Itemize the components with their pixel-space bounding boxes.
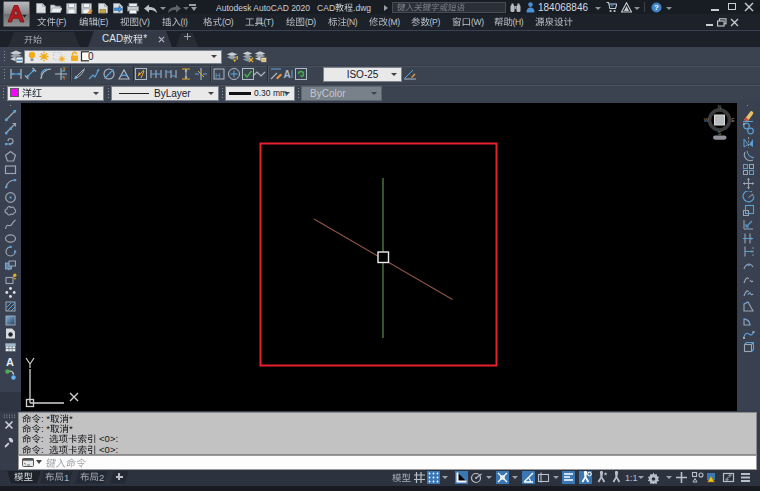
svg-text:A: A	[6, 356, 14, 368]
svg-text:A: A	[283, 69, 290, 80]
svg-text:?: ?	[654, 3, 659, 12]
svg-text:N: N	[718, 104, 722, 110]
svg-text:W: W	[704, 117, 709, 123]
svg-text:H: H	[215, 72, 220, 79]
svg-text:Y: Y	[63, 76, 66, 81]
svg-text:X: X	[63, 67, 66, 72]
svg-text:E: E	[731, 117, 735, 123]
